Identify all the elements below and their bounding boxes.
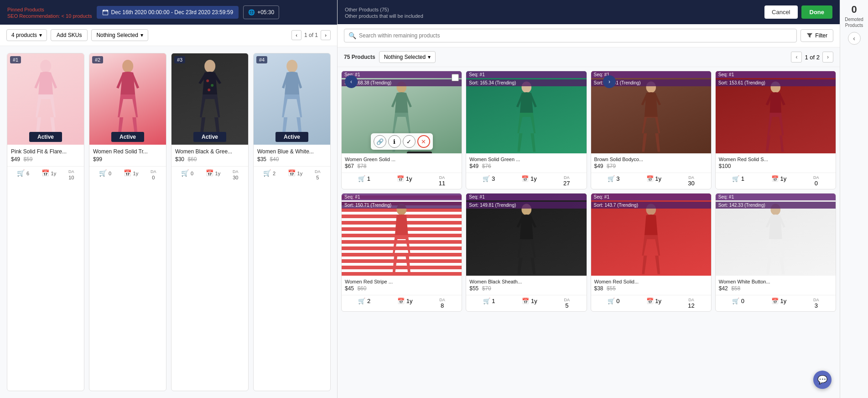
seq-badge-8: Seq: #1 bbox=[716, 194, 836, 200]
price-value-1: $49 bbox=[11, 156, 20, 162]
right-stat-da-2: DA 27 bbox=[563, 175, 570, 187]
right-product-card-6[interactable]: Seq: #1 Sort: 149.81 (Trending) bbox=[466, 193, 587, 312]
right-card-4-image: Seq: #1 Sort: 153.61 (Trending) bbox=[716, 71, 836, 153]
right-product-name-3: Brown Solid Bodyco... bbox=[594, 157, 708, 162]
product-name-4: Women Blue & White... bbox=[257, 148, 327, 155]
prev-page-button-right[interactable]: ‹ bbox=[791, 52, 802, 63]
pinned-card-2-stats: 🛒 0 📅 1y DA 0 bbox=[89, 166, 166, 183]
right-product-name-8: Women White Button... bbox=[719, 279, 832, 284]
right-product-card-1[interactable]: Seq: #1 Sort: 168.38 (Trending) bbox=[341, 71, 462, 189]
nothing-selected-dropdown-left[interactable]: Nothing Selected ▾ bbox=[91, 29, 148, 41]
sort-badge-7: Sort: 143.7 (Trending) bbox=[591, 202, 711, 209]
demote-action-btn[interactable]: ✕ bbox=[417, 135, 430, 148]
check-action-btn[interactable]: ✓ bbox=[403, 135, 416, 148]
right-cart-icon-8: 🛒 bbox=[732, 298, 739, 304]
stat-da-3: DA 30 bbox=[233, 169, 239, 181]
right-figure-3 bbox=[603, 80, 699, 153]
product-figure-3 bbox=[179, 58, 240, 140]
prev-page-button-left[interactable]: ‹ bbox=[291, 30, 301, 40]
right-product-card-7[interactable]: Seq: #1 Sort: 143.7 (Trending) Women Red… bbox=[591, 193, 712, 312]
right-card-5-stats: 🛒 2 📅 1y DA 8 bbox=[342, 295, 462, 311]
demoted-collapse-button[interactable]: ‹ bbox=[848, 32, 861, 45]
right-product-name-4: Women Red Solid S... bbox=[719, 157, 832, 162]
right-card-2-image: Seq: #1 Sort: 165.34 (Trending) bbox=[466, 71, 586, 153]
product-price-4: $35 $40 bbox=[257, 156, 327, 162]
original-price-1: $59 bbox=[23, 156, 32, 162]
right-price-3: $49 bbox=[594, 163, 603, 169]
right-da-value-3: 30 bbox=[688, 180, 694, 187]
right-nav-circle-btn[interactable]: › bbox=[603, 75, 616, 88]
left-nav-circle-btn[interactable]: ‹ bbox=[345, 75, 358, 88]
stat-calendar-2: 📅 1y bbox=[124, 169, 138, 181]
right-original-price-6: $70 bbox=[482, 285, 491, 292]
demote-btn-wrapper: ✕ Demote bbox=[417, 135, 430, 148]
add-skus-button[interactable]: Add SKUs bbox=[51, 29, 88, 41]
timezone-button[interactable]: 🌐 +05:30 bbox=[243, 5, 279, 19]
pinned-card-1-info: Pink Solid Fit & Flare... $49 $59 bbox=[7, 145, 84, 166]
right-calendar-value-3: 1y bbox=[655, 175, 661, 182]
right-product-card-2[interactable]: Seq: #1 Sort: 165.34 (Trending) bbox=[466, 71, 587, 189]
right-figure-8 bbox=[728, 202, 824, 276]
rank-badge-3: #3 bbox=[174, 56, 185, 63]
pinned-card-2-image: #2 Active bbox=[89, 53, 166, 145]
right-da-value-4: 0 bbox=[815, 180, 818, 187]
right-card-6-info: Women Black Sheath... $55 $70 bbox=[466, 276, 586, 295]
pinned-product-card-3[interactable]: #3 Active bbox=[171, 53, 249, 391]
right-stat-cart-4: 🛒 1 bbox=[732, 175, 744, 187]
right-cart-icon-3: 🛒 bbox=[608, 175, 615, 182]
right-stat-calendar-4: 📅 1y bbox=[771, 175, 786, 187]
right-product-card-3[interactable]: Seq: #1 Sort: 163.01 (Trending) bbox=[591, 71, 712, 189]
search-input[interactable] bbox=[344, 29, 797, 42]
da-value-2: 0 bbox=[152, 175, 155, 180]
stat-cart-4: 🛒 2 bbox=[263, 169, 275, 181]
pinned-product-card-4[interactable]: #4 Active Women Blue & White... bbox=[253, 53, 331, 391]
card-1-checkbox[interactable] bbox=[452, 74, 459, 81]
link-action-btn[interactable]: 🔗 bbox=[374, 135, 386, 148]
pinned-products-grid: #1 Active Pink Solid Fit & Flare... bbox=[0, 46, 337, 398]
right-products-grid: Seq: #1 Sort: 168.38 (Trending) bbox=[341, 71, 836, 312]
da-value-4: 5 bbox=[316, 175, 319, 180]
demoted-sidebar: 0 Demoted Products ‹ bbox=[840, 0, 868, 398]
pinned-product-card-1[interactable]: #1 Active Pink Solid Fit & Flare... bbox=[7, 53, 84, 391]
right-original-price-5: $60 bbox=[357, 285, 366, 292]
pinned-product-card-2[interactable]: #2 Active Women Red Solid Tr... bbox=[89, 53, 166, 391]
right-card-2-stats: 🛒 3 📅 1y DA 27 bbox=[466, 173, 586, 189]
right-card-2-info: Women Solid Green ... $49 $76 bbox=[466, 153, 586, 173]
date-range-button[interactable]: Dec 16th 2020 00:00:00 - Dec 23rd 2020 2… bbox=[97, 6, 239, 19]
pinned-card-1-stats: 🛒 6 📅 1y DA 10 bbox=[7, 166, 84, 183]
next-page-button-right[interactable]: › bbox=[822, 52, 833, 63]
products-count-dropdown[interactable]: 4 products ▾ bbox=[6, 29, 47, 41]
right-product-card-8[interactable]: Seq: #1 Sort: 142.33 (Trending) bbox=[715, 193, 836, 312]
chevron-down-icon-2: ▾ bbox=[140, 32, 143, 38]
right-calendar-icon-8: 📅 bbox=[771, 298, 779, 304]
done-button[interactable]: Done bbox=[801, 5, 833, 19]
right-product-card-4[interactable]: Seq: #1 Sort: 153.61 (Trending) bbox=[715, 71, 836, 189]
right-product-card-5[interactable]: Seq: #1 Sort: 150.71 (Trending) Women Re… bbox=[341, 193, 462, 312]
right-calendar-value-2: 1y bbox=[530, 175, 537, 182]
info-action-btn[interactable]: ℹ bbox=[388, 135, 401, 148]
right-figure-6 bbox=[478, 202, 575, 276]
sort-badge-8: Sort: 142.33 (Trending) bbox=[716, 202, 836, 209]
right-stat-calendar-6: 📅 1y bbox=[522, 298, 537, 309]
right-calendar-value-6: 1y bbox=[531, 298, 537, 304]
right-stat-da-8: DA 3 bbox=[813, 298, 819, 309]
cancel-button[interactable]: Cancel bbox=[764, 5, 797, 19]
right-stat-da-3: DA 30 bbox=[688, 175, 694, 187]
rank-badge-4: #4 bbox=[256, 56, 267, 63]
nothing-selected-dropdown-right[interactable]: Nothing Selected ▾ bbox=[379, 51, 436, 63]
right-cart-value-8: 0 bbox=[741, 298, 744, 304]
right-cart-value-3: 3 bbox=[616, 175, 619, 182]
right-card-1-image: Seq: #1 Sort: 168.38 (Trending) bbox=[342, 71, 462, 153]
stat-calendar-4: 📅 1y bbox=[288, 169, 302, 181]
pinned-products-title: Pinned Products SEO Recommendation: < 10… bbox=[7, 7, 92, 19]
right-original-price-1: $78 bbox=[357, 163, 366, 169]
filter-button[interactable]: Filter bbox=[800, 29, 833, 42]
page-indicator-right: 1 of 2 bbox=[805, 54, 820, 61]
right-card-6-stats: 🛒 1 📅 1y DA 5 bbox=[466, 295, 586, 311]
right-calendar-value-8: 1y bbox=[780, 298, 786, 304]
right-search-bar: 🔍 Filter bbox=[338, 24, 840, 47]
next-page-button-left[interactable]: › bbox=[321, 30, 331, 40]
right-card-4-info: Women Red Solid S... $100 bbox=[716, 153, 836, 173]
sort-badge-4: Sort: 153.61 (Trending) bbox=[716, 79, 836, 86]
chat-fab-button[interactable]: 💬 bbox=[813, 371, 832, 389]
